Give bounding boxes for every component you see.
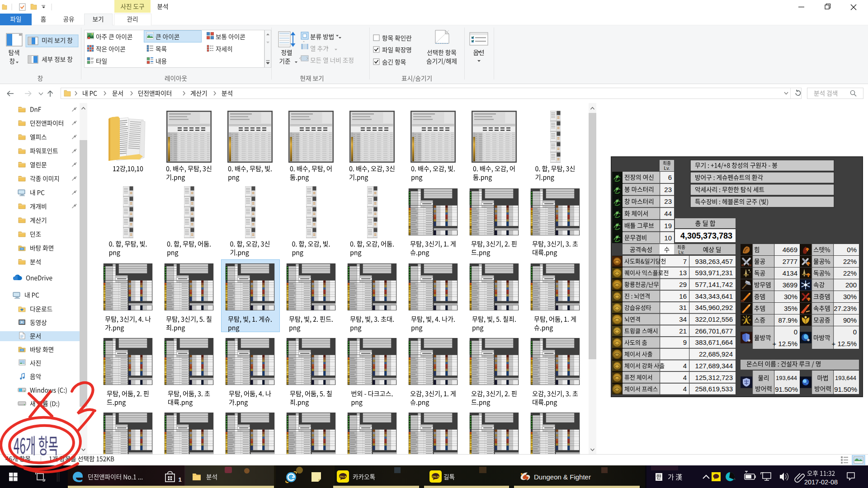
svg-text:TALK: TALK	[432, 475, 439, 478]
svg-text:TALK: TALK	[340, 475, 347, 478]
